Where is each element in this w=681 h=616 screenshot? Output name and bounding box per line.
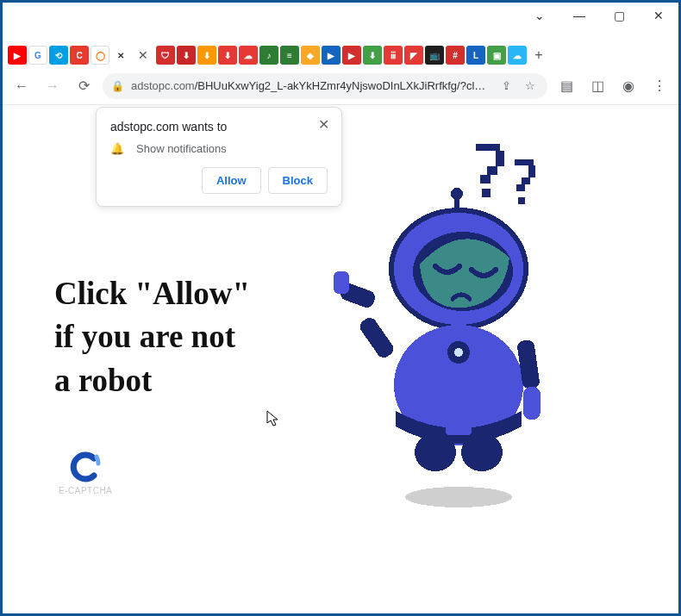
active-tab-close-button[interactable]: ✕ — [134, 43, 153, 67]
pinned-tab-favicon[interactable]: ▣ — [487, 46, 506, 65]
window-close-button[interactable]: ✕ — [639, 3, 678, 28]
extensions-icon[interactable]: ▤ — [554, 74, 578, 98]
main-line-2: if you are not — [54, 315, 250, 358]
block-button[interactable]: Block — [268, 167, 328, 194]
main-instruction-text: Click "Allow" if you are not a robot — [54, 272, 250, 402]
pinned-tab-favicon[interactable]: ▶ — [342, 46, 361, 65]
back-button[interactable]: ← — [9, 74, 34, 98]
page-content: ✕ adstopc.com wants to 🔔 Show notificati… — [3, 105, 678, 613]
url-host: adstopc.com — [131, 79, 195, 92]
notification-prompt: ✕ adstopc.com wants to 🔔 Show notificati… — [96, 107, 342, 207]
pinned-tab-favicon[interactable]: ◯ — [91, 46, 109, 65]
bookmark-star-icon[interactable]: ☆ — [522, 74, 539, 98]
pinned-tab-favicon[interactable]: 📺 — [425, 46, 444, 65]
new-tab-button[interactable]: + — [527, 43, 551, 67]
svg-rect-7 — [522, 177, 530, 184]
maximize-button[interactable]: ▢ — [599, 3, 639, 28]
captcha-badge: E-CAPTCHA — [59, 450, 112, 495]
pinned-tab-favicon[interactable]: ✕ — [111, 46, 130, 65]
main-line-3: a robot — [54, 359, 250, 402]
pinned-tab-favicon[interactable]: ▶ — [322, 46, 340, 65]
tabs-chevron-icon[interactable]: ⌄ — [520, 3, 559, 28]
prompt-title: adstopc.com wants to — [110, 120, 328, 134]
svg-point-19 — [415, 433, 456, 471]
prompt-close-button[interactable]: ✕ — [314, 115, 333, 134]
pinned-tab-favicon[interactable]: ◤ — [404, 46, 423, 65]
tab-strip: ▶G⟲C◯✕✕🛡⬇⬇⬇☁♪≡◆▶▶⬇ⅲ◤📺#L▣☁ + — [3, 34, 678, 67]
url-path: /BHUuKxwYig2_L-akYkHZmr4yNjswoDInLXkJiRr… — [195, 79, 490, 92]
window-titlebar: ⌄ — ▢ ✕ — [3, 3, 678, 34]
svg-point-17 — [454, 348, 463, 357]
svg-rect-4 — [482, 189, 490, 197]
profile-avatar-icon[interactable]: ◉ — [616, 74, 640, 98]
pinned-tab-favicon[interactable]: ◆ — [301, 46, 320, 65]
pinned-tab-favicon[interactable]: L — [466, 46, 485, 65]
pinned-tab-favicon[interactable]: G — [28, 46, 47, 65]
main-line-1: Click "Allow" — [54, 272, 250, 315]
robot-illustration — [334, 135, 575, 514]
svg-rect-21 — [357, 315, 396, 360]
pinned-tab-favicon[interactable]: ▶ — [8, 46, 27, 65]
svg-rect-6 — [528, 165, 535, 177]
lock-icon: 🔒 — [111, 80, 124, 92]
pinned-tab-favicon[interactable]: # — [446, 46, 465, 65]
allow-button[interactable]: Allow — [202, 167, 261, 194]
pinned-tab-favicon[interactable]: ⬇ — [218, 46, 237, 65]
pinned-tab-favicon[interactable]: 🛡 — [156, 46, 175, 65]
pinned-tab-favicon[interactable]: ⅲ — [384, 46, 403, 65]
minimize-button[interactable]: — — [559, 3, 599, 28]
svg-point-26 — [405, 487, 512, 507]
prompt-permission-text: Show notifications — [136, 142, 227, 155]
pinned-tab-favicon[interactable]: ≡ — [280, 46, 299, 65]
svg-rect-2 — [487, 166, 497, 175]
svg-point-20 — [461, 433, 503, 471]
svg-rect-1 — [496, 151, 504, 166]
svg-rect-0 — [476, 144, 500, 151]
svg-rect-5 — [515, 159, 534, 165]
pinned-tab-favicon[interactable]: ♪ — [259, 46, 278, 65]
pinned-tab-favicon[interactable]: ⬇ — [177, 46, 196, 65]
mouse-cursor-icon — [266, 410, 280, 427]
pinned-tab-favicon[interactable]: ⬇ — [363, 46, 382, 65]
pinned-tab-favicon[interactable]: ☁ — [239, 46, 258, 65]
svg-rect-23 — [334, 271, 349, 294]
pinned-tab-favicon[interactable]: ☁ — [508, 46, 527, 65]
svg-rect-25 — [523, 387, 540, 420]
browser-toolbar: ← → ⟳ 🔒 adstopc.com/BHUuKxwYig2_L-akYkHZ… — [3, 67, 678, 105]
captcha-label: E-CAPTCHA — [59, 486, 112, 495]
captcha-logo-icon — [68, 450, 103, 484]
address-bar[interactable]: 🔒 adstopc.com/BHUuKxwYig2_L-akYkHZmr4yNj… — [103, 73, 547, 99]
svg-point-11 — [451, 188, 463, 200]
svg-rect-18 — [446, 416, 472, 435]
svg-rect-3 — [480, 175, 490, 184]
pinned-tab-favicon[interactable]: ⬇ — [197, 46, 216, 65]
svg-rect-9 — [518, 197, 525, 204]
forward-button[interactable]: → — [41, 74, 65, 98]
pinned-tab-favicon[interactable]: ⟲ — [49, 46, 68, 65]
pinned-tab-favicon[interactable]: C — [70, 46, 89, 65]
share-icon[interactable]: ⇪ — [497, 74, 515, 98]
svg-rect-8 — [516, 184, 525, 191]
bell-icon: 🔔 — [110, 142, 124, 155]
reload-button[interactable]: ⟳ — [72, 74, 96, 98]
sidepanel-icon[interactable]: ◫ — [585, 74, 609, 98]
menu-icon[interactable]: ⋮ — [647, 74, 672, 98]
